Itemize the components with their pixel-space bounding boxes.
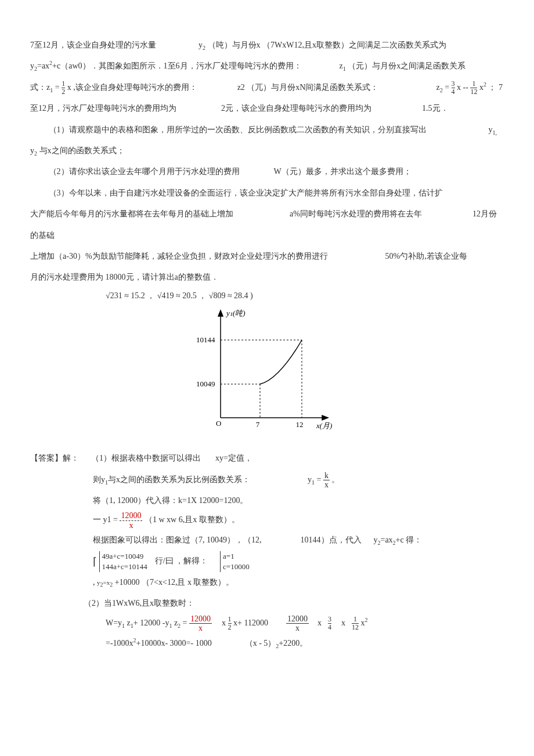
body-line: 至12月，污水厂处理每吨污水的费用均为 2元，该企业自身处理每吨污水的费用均为 …: [30, 98, 504, 119]
answer-line: 根据图象可以得出：图象过（7, 10049），（12, 10144）点，代入 y…: [30, 530, 504, 551]
text: （吨）与月份x （7WxW12,且x取整数）之间满足二次函数关系式为: [208, 41, 446, 49]
text: （2）当1WxW6,且x取整数时：: [84, 599, 194, 607]
formula: y2=x2: [97, 579, 113, 586]
fraction: 12: [228, 616, 232, 631]
fraction: 12000x: [189, 614, 212, 633]
y-axis-label: y₁(吨): [225, 309, 246, 317]
text: xy=定值，: [215, 454, 252, 462]
fraction: 12: [62, 80, 65, 96]
text: 50%勺补助,若该企业每: [385, 252, 467, 261]
xtick: 12: [296, 420, 304, 429]
fraction: 34: [452, 80, 455, 96]
formula: （x - 5）2+2200。: [245, 639, 308, 648]
var-y1: y1,: [489, 125, 497, 134]
text: 则y1与x之间的函数关系为反比例函数关系：: [93, 475, 250, 484]
answer-line: W=y1 z1+ 12000 -y1 z2 = 12000x x 12 x+ 1…: [30, 614, 504, 633]
answer-line: 一 y1 = 12000x （1 w xw 6,且x 取整数）。: [30, 511, 504, 530]
formula: y2=ax2+c 得：: [374, 536, 423, 544]
text: 10144）点，代入: [301, 536, 362, 544]
fraction: 112: [352, 616, 359, 631]
fraction: 112: [470, 80, 477, 96]
var-y2: y2: [30, 62, 37, 70]
equation-system: 49a+c=10049 144a+c=10144: [99, 551, 147, 572]
body-line: 式：z1 = 12 x ,该企业自身处理每吨污水的费用： z2 （兀）与月份xN…: [30, 77, 504, 98]
answer-line: =-1000x2+10000x- 3000=- 1000 （x - 5）2+22…: [30, 633, 504, 654]
var-y2: y2: [199, 41, 205, 49]
answer-line: ⌈ 49a+c=10049 144a+c=10144 行/曰 ，解得： a=1 …: [30, 551, 504, 572]
text: 根据图象可以得出：图象过（7, 10049），（12,: [93, 536, 262, 544]
answer-line: 【答案】解： （1）根据表格中数据可以得出 xy=定值，: [30, 448, 504, 469]
answer-line: （2）当1WxW6,且x取整数时：: [30, 593, 504, 614]
chart: O 7 12 10049 10144 y₁(吨) x(月): [30, 308, 504, 443]
svg-marker-1: [218, 310, 223, 316]
fraction: kx: [323, 471, 330, 490]
ytick: 10049: [196, 379, 215, 388]
fraction: 34: [328, 616, 331, 631]
text: x ,该企业自身处理每吨污水的费用：: [67, 83, 197, 92]
answer-line: 将（1, 12000）代入得：k=1X 12000=1200。: [30, 490, 504, 511]
text: 行/曰 ，解得：: [155, 556, 208, 565]
text: 2元，该企业自身处理每吨污水的费用均为: [221, 104, 371, 113]
body-line: 7至12月，该企业自身处理的污水量 y2 （吨）与月份x （7WxW12,且x取…: [30, 35, 504, 56]
body-line: 上增加（a-30）%为鼓励节能降耗，减轻企业负担，财政对企业处理污水的费用进行 …: [30, 246, 504, 267]
text: 7至12月，该企业自身处理的污水量: [30, 41, 156, 49]
formula: y1 =: [308, 475, 321, 484]
svg-marker-3: [322, 415, 328, 420]
formula: =-1000x2+10000x- 3000=- 1000: [106, 639, 214, 648]
text: 一 y1 =: [93, 516, 118, 525]
body-line: （2）请你求出该企业去年哪个月用于污水处理的费用 W（元）最多，并求出这个最多费…: [30, 161, 504, 182]
answer-label: 【答案】解：: [30, 454, 79, 462]
var-z1: z1: [340, 62, 346, 70]
equation-system: a=1 c=10000: [220, 551, 250, 572]
text: 大产能后今年每月的污水量都将在去年每月的基础上增加: [30, 209, 233, 218]
text: 1.5元．: [422, 104, 449, 113]
text: （1）请观察题中的表格和图象，用所学过的一次函数、反比例函数或二次函数的有关知识…: [49, 125, 427, 134]
text: 上增加（a-30）%为鼓励节能降耗，减轻企业负担，财政对企业处理污水的费用进行: [30, 252, 328, 261]
var-y2: y2: [30, 146, 37, 155]
body-line: y2 与x之间的函数关系式；: [30, 140, 504, 161]
answer-line: 则y1与x之间的函数关系为反比例函数关系： y1 = kx 。: [30, 469, 504, 490]
text: （1 w xw 6,且x 取整数）。: [145, 516, 240, 525]
ytick: 10144: [196, 335, 215, 344]
fraction: 12000x: [120, 511, 142, 530]
text: （1）根据表格中数据可以得出: [91, 454, 201, 462]
answer-section: 【答案】解： （1）根据表格中数据可以得出 xy=定值， 则y1与x之间的函数关…: [30, 448, 504, 654]
text: （3）今年以来，由于自建污水处理设备的全面运行，该企业决定扩大产能并将所有污水全…: [49, 189, 443, 197]
origin-label: O: [216, 419, 221, 428]
text: W（元）最多，并求出这个最多费用；: [274, 167, 412, 176]
fraction: 12000x: [286, 614, 309, 633]
text: （2）请你求出该企业去年哪个月用于污水处理的费用: [49, 167, 240, 176]
text: a%同时每吨污水处理的费用将在去年: [290, 209, 422, 218]
body-line: （1）请观察题中的表格和图象，用所学过的一次函数、反比例函数或二次函数的有关知识…: [30, 120, 504, 140]
text: （元）与月份x之间满足函数关系: [348, 62, 466, 70]
chart-svg: O 7 12 10049 10144 y₁(吨) x(月): [192, 308, 342, 435]
body-line: （3）今年以来，由于自建污水处理设备的全面运行，该企业决定扩大产能并将所有污水全…: [30, 183, 504, 204]
text: 至12月，污水厂处理每吨污水的费用均为: [30, 104, 176, 113]
text: 与x之间的函数关系式；: [39, 146, 125, 155]
var-z2: z2 =: [436, 83, 451, 92]
body-line: 大产能后今年每月的污水量都将在去年每月的基础上增加 a%同时每吨污水处理的费用将…: [30, 204, 504, 246]
answer-line: , y2=x2 +10000 （7<x<12,且 x 取整数）。: [30, 572, 504, 593]
text: 式：z1 =: [30, 83, 60, 92]
text: 月的污水处理费用为 18000元，请计算出a的整数值．: [30, 273, 219, 281]
x-axis-label: x(月): [316, 421, 332, 430]
text: z2 （兀）与月份xN间满足函数关系式：: [237, 83, 379, 92]
body-line: 月的污水处理费用为 18000元，请计算出a的整数值．: [30, 267, 504, 288]
radicals-hint: √231 ≈ 15.2 ， √419 ≈ 20.5 ， √809 ≈ 28.4 …: [30, 288, 504, 303]
formula: W=y1 z1+ 12000 -y1 z2 =: [106, 618, 189, 627]
xtick: 7: [256, 420, 260, 429]
body-line: y2=ax2+c（aw0）．其图象如图所示．1至6月，污水厂处理每吨污水的费用：…: [30, 56, 504, 77]
text: 将（1, 12000）代入得：k=1X 12000=1200。: [93, 496, 248, 505]
